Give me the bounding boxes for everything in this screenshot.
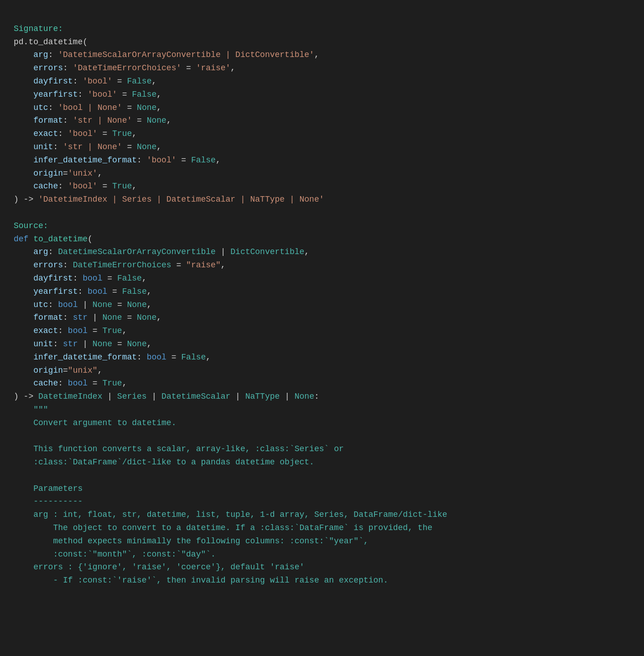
source-code: def to_datetime( arg: DatetimeScalarOrAr… xyxy=(14,234,447,585)
source-label: Source: xyxy=(14,221,48,230)
code-display: Signature: pd.to_datetime( arg: 'Datetim… xyxy=(14,9,630,600)
function-call: pd.to_datetime( arg: 'DatetimeScalarOrAr… xyxy=(14,37,324,204)
signature-label: Signature: xyxy=(14,24,63,33)
